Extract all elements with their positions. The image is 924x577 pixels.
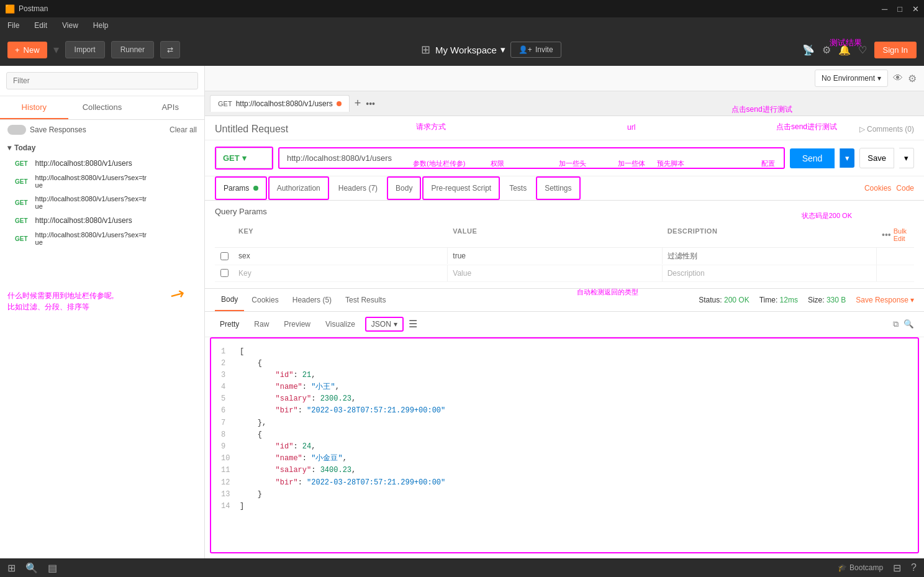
annotation-click-send2: 点击send进行测试 [776, 122, 837, 132]
url-input[interactable] [279, 148, 784, 168]
save-button[interactable]: Save [859, 148, 894, 168]
list-item[interactable]: GET http://localhost:8080/v1/users [7, 156, 197, 171]
method-select-wrapper: GET ▾ [215, 147, 273, 170]
format-preview[interactable]: Preview [279, 317, 315, 331]
param-checkbox-2[interactable] [215, 265, 233, 281]
sidebar-tabs: History Collections APIs [0, 96, 204, 120]
pane-layout-icon[interactable]: ⊟ [893, 562, 901, 574]
format-pretty[interactable]: Pretty [215, 317, 244, 331]
tab-history[interactable]: History [0, 96, 68, 119]
method-badge: GET [12, 199, 30, 207]
tab-body[interactable]: Body [387, 176, 421, 200]
param-desc-cell-2 [663, 265, 877, 281]
desc-input[interactable] [668, 252, 871, 261]
tab-collections[interactable]: Collections [68, 96, 137, 119]
format-visualize[interactable]: Visualize [320, 317, 360, 331]
cookies-link[interactable]: Cookies [864, 184, 891, 193]
resp-tab-headers[interactable]: Headers (5) [286, 289, 338, 311]
maximize-btn[interactable]: □ [897, 4, 902, 14]
tab-apis[interactable]: APIs [136, 96, 204, 119]
help-icon[interactable]: ? [911, 562, 917, 573]
add-tab-button[interactable]: + [352, 97, 364, 110]
sidebar-history-group: ▾ Today GET http://localhost:8080/v1/use… [0, 140, 204, 253]
menu-file[interactable]: File [5, 20, 22, 31]
list-item[interactable]: GET http://localhost:8080/v1/users?sex=t… [7, 192, 197, 213]
list-item[interactable]: GET http://localhost:8080/v1/users?sex=t… [7, 228, 197, 249]
method-dropdown-icon: ▾ [242, 153, 247, 163]
code-link[interactable]: Code [896, 184, 914, 193]
resp-tab-body[interactable]: Body [215, 289, 244, 311]
param-key-cell-2 [233, 265, 448, 281]
list-item[interactable]: GET http://localhost:8080/v1/users?sex=t… [7, 171, 197, 192]
layout-icon[interactable]: ⊞ [7, 562, 16, 574]
eye-icon[interactable]: 👁 [893, 73, 903, 84]
resp-tab-test-results[interactable]: Test Results [339, 289, 392, 311]
request-tab[interactable]: GET http://localhost:8080/v1/users [210, 95, 350, 112]
save-responses-toggle-btn[interactable] [7, 125, 26, 135]
menu-edit[interactable]: Edit [32, 20, 50, 31]
filter-input[interactable] [6, 72, 198, 89]
save-response-button[interactable]: Save Response ▾ [856, 296, 914, 304]
clear-all-button[interactable]: Clear all [170, 125, 197, 134]
param-value-cell-2 [448, 265, 662, 281]
method-select[interactable]: GET ▾ [216, 148, 272, 168]
params-table: 状态码是200 OK KEY VALUE DESCRIPTION ••• Bul… [215, 222, 914, 282]
bulk-edit-btn[interactable]: Bulk Edit [894, 227, 909, 242]
list-item[interactable]: GET http://localhost:8080/v1/users [7, 213, 197, 228]
save-dropdown-button[interactable]: ▾ [899, 148, 914, 168]
more-tabs-button[interactable]: ••• [366, 99, 375, 109]
satellite-icon[interactable]: 📡 [802, 44, 815, 56]
console-icon[interactable]: ▤ [48, 562, 57, 574]
body-format-bar: Pretty Raw Preview Visualize JSON ▾ ☰ 测试… [205, 312, 924, 337]
status-ok-value: 200 OK [724, 296, 750, 304]
sign-in-button[interactable]: Sign In [874, 42, 917, 58]
chevron-icon: ▾ [7, 143, 11, 152]
tab-prerequest[interactable]: Pre-request Script [422, 176, 500, 200]
tab-authorization[interactable]: Authorization [268, 176, 329, 200]
close-btn[interactable]: ✕ [912, 4, 919, 14]
key-input-2[interactable] [238, 269, 442, 278]
format-type-selector[interactable]: JSON ▾ [365, 317, 404, 332]
search-status-icon[interactable]: 🔍 [25, 562, 38, 574]
indent-icon[interactable]: ☰ [409, 318, 417, 330]
annotation-headers: 加一些头 [559, 159, 586, 168]
json-line-5: 5 "salary": 2300.23, [221, 393, 908, 405]
method-badge: GET [12, 235, 30, 243]
tab-params[interactable]: Params [215, 176, 267, 200]
method-badge: GET [12, 217, 30, 225]
minimize-btn[interactable]: ─ [882, 4, 887, 14]
value-input[interactable] [453, 252, 656, 260]
resp-tab-cookies[interactable]: Cookies [245, 289, 284, 311]
key-input[interactable] [238, 252, 442, 260]
sync-button[interactable]: ⇄ [160, 41, 180, 58]
tab-headers[interactable]: Headers (7) [330, 177, 386, 199]
runner-button[interactable]: Runner [111, 41, 154, 58]
menu-view[interactable]: View [60, 20, 81, 31]
tab-url: http://localhost:8080/v1/users [236, 99, 333, 108]
method-badge: GET [12, 178, 30, 186]
search-icon[interactable]: 🔍 [904, 319, 914, 329]
menu-help[interactable]: Help [91, 20, 111, 31]
send-button[interactable]: Send [790, 148, 835, 168]
env-settings-icon[interactable]: ⚙ [908, 73, 917, 84]
import-button[interactable]: Import [65, 41, 105, 58]
workspace-button[interactable]: My Workspace ▾ [435, 44, 505, 55]
bootcamp-link[interactable]: 🎓 Bootcamp [838, 563, 883, 572]
env-label: No Environment [822, 74, 875, 83]
statusbar-left: ⊞ 🔍 ▤ [7, 562, 57, 574]
tab-tests[interactable]: Tests [501, 177, 535, 199]
format-raw[interactable]: Raw [249, 317, 274, 331]
annotation-text: 什么时候需要用到地址栏传参呢,比如过滤、分段、排序等 [7, 290, 197, 312]
new-button[interactable]: + New [7, 42, 47, 58]
row1-checkbox[interactable] [220, 252, 229, 260]
value-input-2[interactable] [453, 269, 656, 278]
send-dropdown-button[interactable]: ▾ [840, 148, 854, 168]
copy-icon[interactable]: ⧉ [893, 319, 899, 329]
param-checkbox[interactable] [215, 248, 233, 264]
invite-button[interactable]: 👤+ Invite [510, 42, 561, 58]
desc-input-2[interactable] [668, 269, 871, 278]
env-selector[interactable]: No Environment ▾ [815, 70, 888, 87]
row2-checkbox[interactable] [220, 269, 229, 277]
new-dropdown-icon[interactable]: ▾ [53, 43, 59, 57]
tab-settings[interactable]: Settings [536, 176, 580, 200]
